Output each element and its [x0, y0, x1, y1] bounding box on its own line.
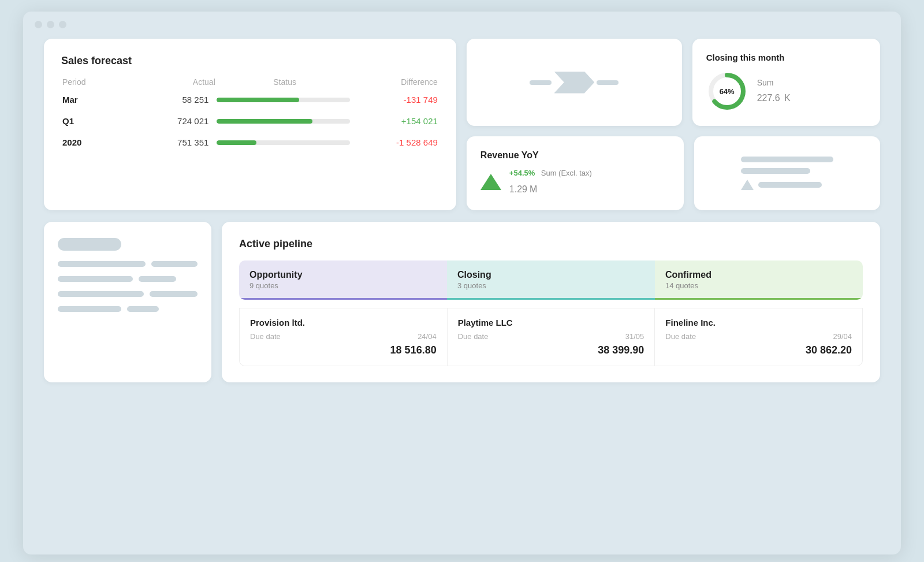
- dot-yellow: [47, 21, 54, 28]
- opp-quotes: 9 quotes: [249, 281, 437, 290]
- playtime-due-date: 31/05: [625, 332, 644, 341]
- confirmed-quotes: 14 quotes: [665, 281, 852, 290]
- playtime-amount: 38 399.90: [458, 344, 644, 356]
- sf-bar-bg-2: [217, 140, 349, 145]
- list-bar-long-1: [58, 276, 133, 282]
- header-period: Period: [62, 77, 132, 87]
- sf-bar-bg-1: [217, 119, 349, 124]
- list-bar-short-2: [150, 291, 198, 297]
- sf-row-2: 2020 751 351 -1 528 649: [61, 137, 439, 147]
- list-bar-short-0: [151, 261, 198, 267]
- sales-forecast-card: Sales forecast Period Actual Status Diff…: [44, 39, 456, 210]
- sf-period-2: 2020: [62, 137, 129, 147]
- list-bar-long-0: [58, 261, 146, 267]
- revenue-body: +54.5% Sum (Excl. tax) 1.29M: [480, 168, 670, 196]
- closing-sum-label: Sum: [757, 78, 791, 87]
- deal-playtime: Playtime LLC Due date 31/05 38 399.90: [447, 308, 655, 366]
- trend-placeholder-card: [694, 136, 880, 210]
- funnel-line-left: [530, 80, 552, 85]
- provision-due-row: Due date 24/04: [250, 332, 437, 341]
- pipeline-funnel-card: [467, 39, 682, 126]
- list-rows: [58, 261, 198, 312]
- main-content: Sales forecast Period Actual Status Diff…: [23, 33, 901, 396]
- fineline-due-date: 29/04: [833, 332, 852, 341]
- funnel-arrow: [554, 72, 594, 94]
- trend-bar-3: [758, 182, 822, 188]
- list-bar-long-2: [58, 291, 144, 297]
- dot-red: [35, 21, 42, 28]
- donut-percent: 64%: [720, 87, 735, 96]
- pipeline-col-closing: Closing 3 quotes: [447, 260, 655, 300]
- sf-rows: Mar 58 251 -131 749 Q1 724 021 +154 021 …: [61, 95, 439, 147]
- provision-due-date: 24/04: [418, 332, 437, 341]
- deal-fineline: Fineline Inc. Due date 29/04 30 862.20: [655, 308, 863, 366]
- closing-label: Closing: [457, 270, 644, 280]
- list-pill: [58, 238, 121, 251]
- pipeline-deal-details: Provision ltd. Due date 24/04 18 516.80 …: [239, 308, 863, 366]
- closing-title: Closing this month: [706, 53, 866, 62]
- sf-actual-0: 58 251: [129, 95, 208, 105]
- provision-company: Provision ltd.: [250, 318, 437, 327]
- list-row-3: [58, 306, 198, 312]
- sf-diff-0: -131 749: [358, 95, 438, 105]
- up-arrow-icon: [480, 174, 501, 190]
- revenue-label: Sum (Excl. tax): [541, 169, 592, 177]
- revenue-yoy-card: Revenue YoY +54.5% Sum (Excl. tax) 1.29M: [467, 136, 684, 210]
- trend-bar-2: [741, 168, 810, 174]
- provision-due-label: Due date: [250, 332, 281, 341]
- revenue-title: Revenue YoY: [480, 150, 670, 161]
- closing-sum-value: 227.6: [757, 93, 780, 103]
- sf-row-1: Q1 724 021 +154 021: [61, 116, 439, 126]
- top-right-row-1: Closing this month 64% Sum: [467, 39, 880, 126]
- playtime-due-row: Due date 31/05: [458, 332, 644, 341]
- revenue-unit: M: [530, 184, 537, 194]
- sales-forecast-table: Period Actual Status Difference Mar 58 2…: [61, 77, 439, 147]
- sf-bar-fill-0: [217, 98, 299, 102]
- revenue-stats: +54.5% Sum (Excl. tax) 1.29M: [509, 168, 592, 196]
- sf-bar-1: [208, 119, 357, 124]
- revenue-change-label: +54.5% Sum (Excl. tax): [509, 168, 592, 178]
- fineline-due-label: Due date: [665, 332, 696, 341]
- sf-period-0: Mar: [62, 95, 129, 105]
- closing-sum-unit: K: [784, 93, 791, 103]
- sf-diff-1: +154 021: [358, 116, 438, 126]
- closing-this-month-card: Closing this month 64% Sum: [692, 39, 880, 126]
- sf-bar-fill-2: [217, 140, 256, 145]
- sf-diff-2: -1 528 649: [358, 137, 438, 147]
- titlebar: [23, 12, 901, 33]
- playtime-due-label: Due date: [458, 332, 489, 341]
- list-row-0: [58, 261, 198, 267]
- confirmed-label: Confirmed: [665, 270, 852, 280]
- header-actual: Actual: [132, 77, 215, 87]
- dot-green: [59, 21, 66, 28]
- funnel-line-right: [597, 80, 619, 85]
- revenue-change: +54.5%: [509, 169, 535, 177]
- closing-body: 64% Sum 227.6 K: [706, 70, 866, 112]
- sf-actual-2: 751 351: [129, 137, 208, 147]
- sales-forecast-title: Sales forecast: [61, 55, 439, 67]
- top-right-group: Closing this month 64% Sum: [467, 39, 880, 210]
- trend-items: [741, 157, 833, 190]
- list-bar-short-1: [139, 276, 176, 282]
- deal-provision: Provision ltd. Due date 24/04 18 516.80: [239, 308, 447, 366]
- fineline-amount: 30 862.20: [665, 344, 852, 356]
- sf-header: Period Actual Status Difference: [61, 77, 439, 87]
- sf-row-0: Mar 58 251 -131 749: [61, 95, 439, 105]
- app-window: Sales forecast Period Actual Status Diff…: [23, 12, 901, 554]
- top-right-row-2: Revenue YoY +54.5% Sum (Excl. tax) 1.29M: [467, 136, 880, 210]
- bottom-row: Active pipeline Opportunity 9 quotes Clo…: [44, 222, 880, 382]
- closing-value: Sum 227.6 K: [757, 78, 791, 105]
- pipeline-col-opportunity: Opportunity 9 quotes: [239, 260, 447, 300]
- provision-amount: 18 516.80: [250, 344, 437, 356]
- funnel-visual: [530, 72, 619, 94]
- top-row: Sales forecast Period Actual Status Diff…: [44, 39, 880, 210]
- sf-bar-fill-1: [217, 119, 312, 124]
- trend-bar-1: [741, 157, 833, 162]
- sf-actual-1: 724 021: [129, 116, 208, 126]
- fineline-company: Fineline Inc.: [665, 318, 852, 327]
- closing-sum: 227.6 K: [757, 87, 791, 105]
- sf-bar-bg-0: [217, 98, 349, 102]
- active-pipeline-card: Active pipeline Opportunity 9 quotes Clo…: [222, 222, 880, 382]
- playtime-company: Playtime LLC: [458, 318, 644, 327]
- sf-bar-2: [208, 140, 357, 145]
